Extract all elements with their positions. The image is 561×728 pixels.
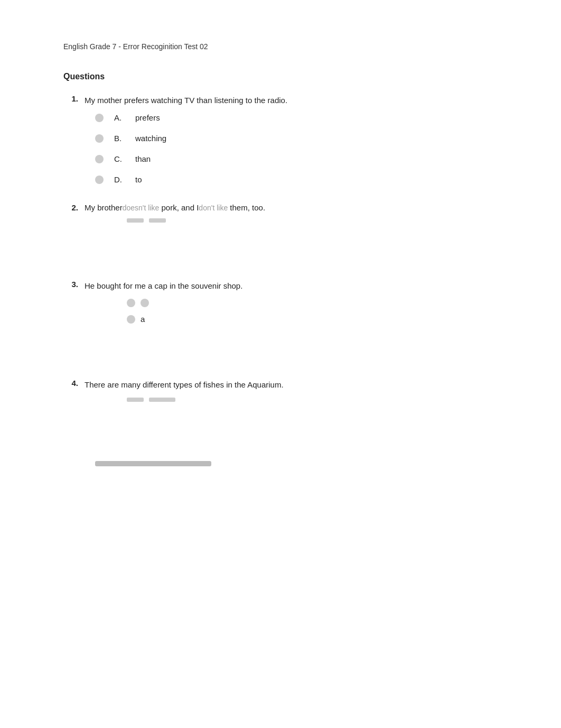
option-1b-text: watching (135, 134, 166, 143)
section-heading: Questions (63, 72, 498, 81)
question-2-number: 2. (63, 203, 78, 212)
q3-radio-1[interactable] (127, 299, 135, 307)
option-1d-label: D. (114, 175, 125, 184)
radio-1c[interactable] (95, 155, 104, 163)
q4-bottom-bar (95, 461, 211, 466)
option-1b[interactable]: B. watching (95, 134, 498, 143)
option-1c-text: than (135, 154, 151, 163)
question-4: 4. There are many different types of fis… (63, 379, 498, 466)
option-1a-text: prefers (135, 113, 160, 122)
q2-blurred-2: don't like (199, 204, 228, 212)
q3-radio-2[interactable] (141, 299, 149, 307)
q3-radio-3[interactable] (127, 315, 135, 324)
option-1d[interactable]: D. to (95, 175, 498, 184)
question-3: 3. He bought for me a cap in the souveni… (63, 280, 498, 360)
question-2: 2. My brotherdoesn't like pork, and Idon… (63, 203, 498, 261)
option-1c[interactable]: C. than (95, 154, 498, 163)
q2-answer-row-1 (127, 218, 498, 223)
question-1-text: My mother prefers watching TV than liste… (85, 94, 287, 107)
q2-blurred-1: doesn't like (123, 204, 160, 212)
radio-1a[interactable] (95, 114, 104, 122)
radio-1b[interactable] (95, 134, 104, 143)
question-1-number: 1. (63, 94, 78, 103)
radio-1d[interactable] (95, 176, 104, 184)
question-1-options: A. prefers B. watching C. than D. to (95, 113, 498, 184)
q4-line-2 (149, 398, 175, 402)
option-1d-text: to (135, 175, 142, 184)
option-1a[interactable]: A. prefers (95, 113, 498, 122)
questions-list: 1. My mother prefers watching TV than li… (63, 94, 498, 466)
q3-answer-row-2: a (127, 315, 498, 324)
q3-answer-a-text: a (141, 315, 145, 324)
q3-answer-row-1 (127, 299, 498, 307)
option-1c-label: C. (114, 154, 125, 163)
option-1b-label: B. (114, 134, 125, 143)
page-title: English Grade 7 - Error Recoginition Tes… (63, 42, 498, 51)
question-3-text: He bought for me a cap in the souvenir s… (85, 280, 242, 292)
question-1: 1. My mother prefers watching TV than li… (63, 94, 498, 184)
q2-line-1 (127, 218, 144, 223)
question-2-text: My brotherdoesn't like pork, and Idon't … (85, 203, 265, 212)
question-4-text: There are many different types of fishes… (85, 379, 284, 391)
question-4-number: 4. (63, 379, 78, 388)
option-1a-label: A. (114, 113, 125, 122)
question-3-number: 3. (63, 280, 78, 289)
q2-line-2 (149, 218, 166, 223)
q4-line-1 (127, 398, 144, 402)
q4-answer-row-1 (127, 398, 498, 402)
